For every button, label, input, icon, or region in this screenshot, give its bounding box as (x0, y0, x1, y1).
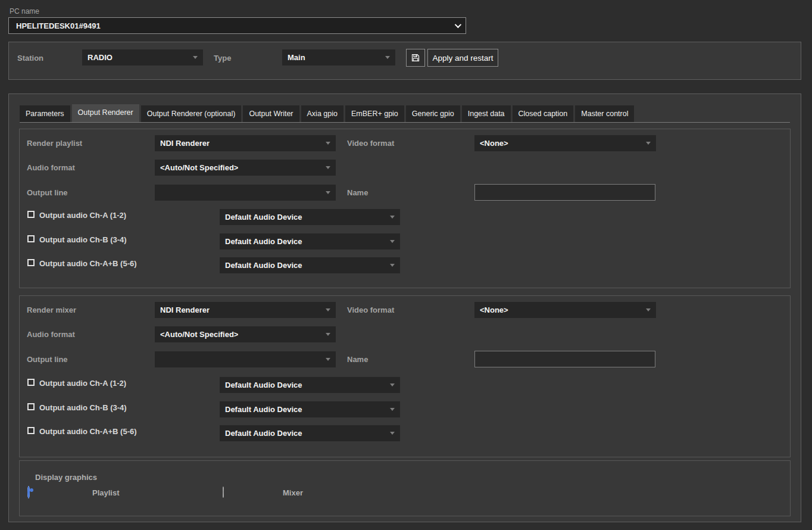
output-ch-a-checkbox[interactable] (27, 211, 35, 218)
name-input[interactable] (474, 184, 655, 201)
chevron-down-icon (390, 384, 395, 386)
chevron-down-icon (326, 166, 330, 169)
output-ch-a-label: Output audio Ch-A (1-2) (39, 379, 126, 388)
output-ch-a-device-value: Default Audio Device (225, 213, 302, 222)
output-line-select[interactable] (155, 185, 336, 201)
output-ch-ab-device-value: Default Audio Device (225, 429, 302, 438)
chevron-down-icon (326, 191, 330, 194)
video-format-label: Video format (347, 305, 394, 314)
display-graphics-section: Display graphics Playlist Mixer (19, 460, 791, 516)
output-ch-a-device-select[interactable]: Default Audio Device (220, 209, 400, 225)
render-playlist-value: NDI Renderer (160, 139, 210, 148)
chevron-down-icon (390, 408, 395, 411)
output-ch-a-device-value: Default Audio Device (225, 381, 302, 389)
chevron-down-icon (646, 142, 651, 145)
tab-generic-gpio[interactable]: Generic gpio (406, 105, 460, 122)
render-mixer-value: NDI Renderer (160, 305, 210, 314)
chevron-down-icon (390, 216, 395, 219)
video-format-select[interactable]: <None> (474, 302, 656, 318)
output-ch-a-checkbox[interactable] (27, 379, 35, 386)
chevron-down-icon (390, 240, 395, 243)
type-select[interactable]: Main (282, 49, 395, 66)
chevron-down-icon (385, 56, 390, 59)
pc-name-select[interactable]: HPELITEDESK01#9491 (8, 17, 466, 34)
output-ch-b-checkbox[interactable] (27, 403, 35, 410)
tab-output-writer[interactable]: Output Writer (243, 105, 299, 122)
audio-format-select[interactable]: <Auto/Not Specified> (155, 326, 336, 342)
render-playlist-label: Render playlist (27, 139, 82, 148)
station-value: RADIO (88, 53, 113, 62)
tab-closed-caption[interactable]: Closed caption (513, 105, 574, 122)
tab-ingest-data[interactable]: Ingest data (462, 105, 511, 122)
chevron-down-icon (326, 142, 330, 145)
output-ch-b-device-select[interactable]: Default Audio Device (220, 401, 400, 417)
chevron-down-icon (390, 432, 395, 435)
output-line-label: Output line (27, 188, 68, 197)
render-mixer-label: Render mixer (27, 305, 76, 314)
mixer-radio-label: Mixer (283, 488, 303, 497)
type-value: Main (288, 53, 305, 62)
tab-parameters[interactable]: Parameters (20, 105, 70, 122)
type-label: Type (214, 54, 231, 63)
render-mixer-select[interactable]: NDI Renderer (155, 302, 336, 318)
pc-name-value: HPELITEDESK01#9491 (16, 21, 101, 30)
audio-format-value: <Auto/Not Specified> (160, 163, 238, 172)
pc-name-label: PC name (10, 7, 39, 15)
output-ch-ab-label: Output audio Ch-A+B (5-6) (39, 259, 137, 268)
output-line-select[interactable] (155, 351, 336, 367)
output-ch-a-label: Output audio Ch-A (1-2) (39, 211, 126, 220)
output-line-label: Output line (27, 355, 68, 364)
station-select[interactable]: RADIO (82, 49, 203, 66)
name-input[interactable] (474, 351, 655, 367)
chevron-down-icon (646, 308, 651, 311)
output-ch-b-label: Output audio Ch-B (3-4) (39, 235, 127, 244)
tab-strip-divider (20, 122, 790, 123)
tab-master-control[interactable]: Master control (575, 105, 634, 122)
name-label: Name (347, 355, 368, 364)
render-mixer-section: Render mixer NDI Renderer Video format <… (19, 295, 791, 457)
output-ch-ab-device-select[interactable]: Default Audio Device (220, 257, 400, 273)
output-ch-ab-checkbox[interactable] (27, 259, 35, 266)
name-label: Name (347, 188, 368, 197)
render-playlist-section: Render playlist NDI Renderer Video forma… (19, 129, 791, 288)
output-ch-ab-checkbox[interactable] (27, 427, 35, 434)
output-ch-b-device-select[interactable]: Default Audio Device (220, 233, 400, 250)
video-format-value: <None> (480, 305, 508, 314)
video-format-select[interactable]: <None> (474, 135, 656, 151)
tab-ember-gpio[interactable]: EmBER+ gpio (345, 105, 404, 122)
station-bar-panel: Station RADIO Type Main Apply and restar… (8, 42, 801, 80)
tab-output-renderer[interactable]: Output Renderer (72, 104, 139, 122)
output-ch-b-device-value: Default Audio Device (225, 237, 302, 246)
playlist-radio-label: Playlist (92, 488, 120, 497)
save-button[interactable] (406, 49, 425, 67)
output-ch-b-label: Output audio Ch-B (3-4) (39, 403, 127, 412)
tab-output-renderer-optional[interactable]: Output Renderer (optional) (141, 105, 242, 122)
chevron-down-icon (193, 56, 198, 59)
audio-format-label: Audio format (27, 163, 75, 172)
output-ch-ab-device-select[interactable]: Default Audio Device (220, 425, 400, 441)
chevron-down-icon (390, 264, 395, 267)
video-format-value: <None> (480, 139, 508, 148)
output-ch-b-checkbox[interactable] (27, 235, 35, 242)
chevron-down-icon (455, 21, 461, 28)
display-graphics-label: Display graphics (35, 473, 97, 482)
render-playlist-select[interactable]: NDI Renderer (155, 135, 336, 151)
chevron-down-icon (326, 358, 330, 361)
chevron-down-icon (326, 333, 330, 336)
mixer-radio[interactable] (223, 487, 224, 498)
chevron-down-icon (326, 308, 330, 311)
tab-strip: Parameters Output Renderer Output Render… (20, 104, 790, 123)
settings-panel: Parameters Output Renderer Output Render… (8, 93, 801, 522)
video-format-label: Video format (347, 139, 394, 148)
audio-format-value: <Auto/Not Specified> (160, 330, 238, 339)
output-ch-b-device-value: Default Audio Device (225, 405, 302, 414)
playlist-radio[interactable] (27, 486, 30, 498)
tab-axia-gpio[interactable]: Axia gpio (301, 105, 343, 122)
save-icon (411, 53, 420, 63)
audio-format-select[interactable]: <Auto/Not Specified> (155, 160, 336, 176)
station-label: Station (17, 54, 43, 63)
apply-and-restart-button[interactable]: Apply and restart (427, 49, 498, 67)
audio-format-label: Audio format (27, 330, 75, 339)
output-ch-a-device-select[interactable]: Default Audio Device (220, 377, 400, 393)
output-ch-ab-label: Output audio Ch-A+B (5-6) (39, 427, 137, 436)
